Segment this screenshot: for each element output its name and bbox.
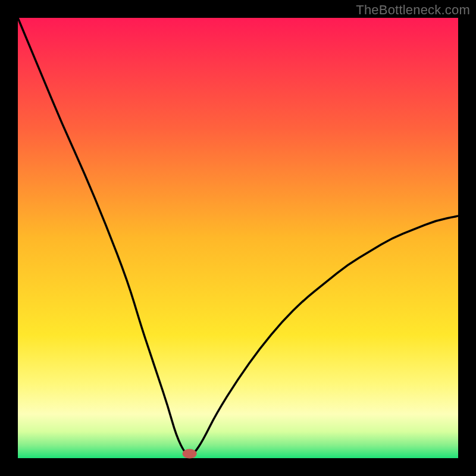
bottleneck-chart: [0, 0, 476, 476]
watermark-text: TheBottleneck.com: [356, 2, 470, 18]
minimum-marker: [183, 449, 197, 459]
chart-frame: TheBottleneck.com: [0, 0, 476, 476]
